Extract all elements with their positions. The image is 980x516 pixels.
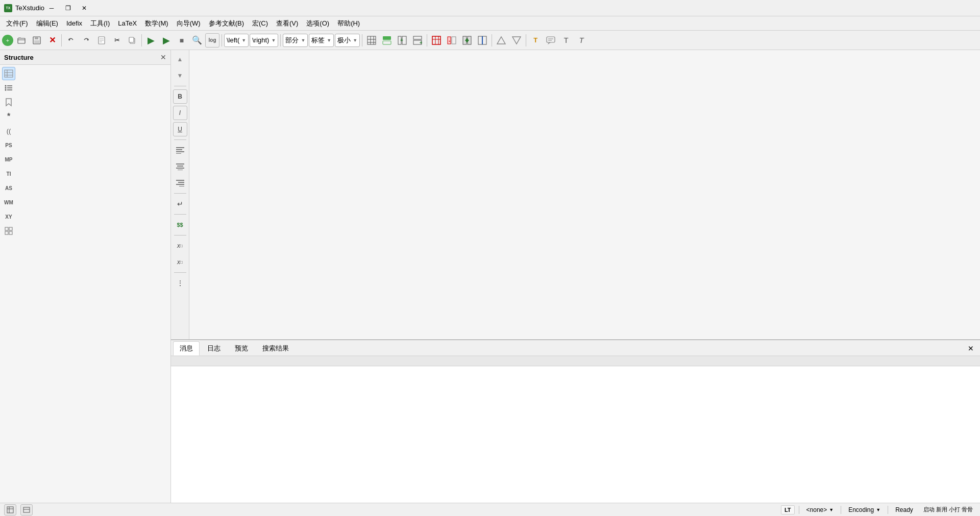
menu-wizard[interactable]: 向导(W) <box>173 17 205 30</box>
none-dropdown[interactable]: <none> ▼ <box>803 505 837 514</box>
redo-button[interactable] <box>79 33 93 48</box>
sidebar-icon-ti[interactable]: TI <box>2 167 15 180</box>
menu-tools[interactable]: 工具(I) <box>86 17 114 30</box>
close-button[interactable]: ✕ <box>77 3 91 14</box>
svg-rect-58 <box>5 231 8 234</box>
sidebar-icon-double-bracket[interactable]: (( <box>2 124 15 137</box>
nav-down-button[interactable]: ▼ <box>173 68 187 83</box>
sidebar-icon-mp[interactable]: MP <box>2 153 15 166</box>
cut-button[interactable]: ✂ <box>110 33 124 48</box>
label-dropdown[interactable]: 标签 ▼ <box>309 34 334 47</box>
align-center-icon <box>176 163 184 170</box>
text-T2-btn[interactable]: T <box>574 33 589 48</box>
left-bracket-dropdown[interactable]: \left( ▼ <box>224 34 249 47</box>
menu-bar: 文件(F) 编辑(E) Idefix 工具(I) LaTeX 数学(M) 向导(… <box>0 16 980 31</box>
align-left-button[interactable] <box>173 143 187 157</box>
bold-button[interactable]: B <box>173 89 187 104</box>
stop-button[interactable]: ■ <box>175 33 189 48</box>
vt-separator-2 <box>174 139 186 140</box>
menu-latex[interactable]: LaTeX <box>114 18 141 29</box>
sidebar: Structure ✕ <box>0 50 171 503</box>
newline-button[interactable]: ↵ <box>173 197 187 211</box>
align-center-button[interactable] <box>173 159 187 174</box>
copy-button[interactable] <box>125 33 139 48</box>
menu-help[interactable]: 帮助(H) <box>333 17 364 30</box>
restore-button[interactable]: ❐ <box>61 3 75 14</box>
text-comment-btn[interactable] <box>544 33 558 48</box>
bottom-content <box>171 366 980 503</box>
menu-view[interactable]: 查看(V) <box>272 17 302 30</box>
sidebar-icon-structure-list[interactable] <box>2 67 15 80</box>
main-toolbar: + ✕ <box>0 31 980 50</box>
sidebar-icon-xy[interactable]: XY <box>2 210 15 223</box>
right-bracket-dropdown[interactable]: \right) ▼ <box>250 34 278 47</box>
open-button[interactable] <box>14 33 29 48</box>
row-insert-btn[interactable]: + <box>410 33 425 48</box>
text-bold-tb-btn[interactable]: T <box>528 33 543 48</box>
encoding-dropdown[interactable]: Encoding ▼ <box>845 505 884 514</box>
svg-rect-19 <box>383 41 391 44</box>
sidebar-icon-puzzle[interactable] <box>2 224 15 238</box>
tab-preview[interactable]: 预览 <box>228 341 255 356</box>
italic-button[interactable]: I <box>173 106 187 120</box>
tab-messages[interactable]: 消息 <box>173 341 200 356</box>
subscript-button[interactable]: x□ <box>173 255 187 269</box>
compile-button[interactable]: ▶ <box>159 33 174 48</box>
nav-up-button[interactable]: ▲ <box>173 52 187 66</box>
table-red-btn[interactable] <box>429 33 444 48</box>
undo-button[interactable] <box>64 33 78 48</box>
sidebar-icon-ps[interactable]: PS <box>2 138 15 152</box>
triangle-down-icon <box>512 36 521 45</box>
split-cells-btn[interactable] <box>475 33 489 48</box>
menu-edit[interactable]: 编辑(E) <box>32 17 62 30</box>
new-file-button[interactable]: + <box>2 35 13 46</box>
vt-separator-1 <box>174 86 186 86</box>
table-green-btn[interactable] <box>380 33 394 48</box>
menu-options[interactable]: 选项(O) <box>302 17 333 30</box>
save-button[interactable] <box>30 33 44 48</box>
underline-button[interactable]: U <box>173 122 187 136</box>
svg-rect-56 <box>5 227 8 230</box>
menu-file[interactable]: 文件(F) <box>2 17 32 30</box>
lt-button[interactable]: LT <box>781 505 795 514</box>
toolbar-separator-7 <box>492 34 492 46</box>
warning-down-btn[interactable] <box>509 33 524 48</box>
col-insert-btn[interactable]: + <box>395 33 409 48</box>
table-icon-btn-1[interactable] <box>364 33 379 48</box>
merge-cells-btn[interactable] <box>460 33 474 48</box>
log-button[interactable]: log <box>205 33 219 48</box>
sidebar-icon-as[interactable]: AS <box>2 181 15 195</box>
chevron-down-icon: ▼ <box>301 38 305 43</box>
warning-up-btn[interactable] <box>494 33 508 48</box>
align-right-button[interactable] <box>173 176 187 190</box>
quick-build-button[interactable]: ▶ <box>144 33 158 48</box>
status-icon-btn-2[interactable] <box>20 504 33 515</box>
display-math-button[interactable]: $$ <box>173 218 187 232</box>
sidebar-icon-bullets[interactable] <box>2 81 15 95</box>
page-button[interactable] <box>94 33 109 48</box>
text-T-btn[interactable]: T <box>559 33 573 48</box>
minimize-button[interactable]: ─ <box>44 3 59 14</box>
superscript-button[interactable]: x□ <box>173 239 187 253</box>
tab-search-results[interactable]: 搜索结果 <box>256 341 296 356</box>
menu-macro[interactable]: 宏(C) <box>248 17 272 30</box>
menu-references[interactable]: 参考文献(B) <box>205 17 248 30</box>
editor-main[interactable] <box>189 50 980 339</box>
close-file-button[interactable]: ✕ <box>45 33 59 48</box>
status-icon-btn-1[interactable] <box>4 504 16 515</box>
col-delete-btn[interactable]: - <box>445 33 459 48</box>
sidebar-icon-wm[interactable]: WM <box>2 196 15 209</box>
sidebar-close-button[interactable]: ✕ <box>160 53 166 61</box>
sidebar-icon-asterisk[interactable]: * <box>2 110 15 123</box>
more-button[interactable]: ⋮ <box>173 276 187 290</box>
tab-log[interactable]: 日志 <box>201 341 227 356</box>
search-button[interactable]: 🔍 <box>190 33 204 48</box>
section-dropdown[interactable]: 部分 ▼ <box>283 34 308 47</box>
menu-idefix[interactable]: Idefix <box>62 18 86 29</box>
size-dropdown[interactable]: 极小 ▼ <box>335 34 360 47</box>
bottom-panel-close-button[interactable]: ✕ <box>964 343 978 354</box>
menu-math[interactable]: 数学(M) <box>141 17 173 30</box>
toolbar-separator-6 <box>427 34 427 46</box>
app-title: TeXstudio <box>15 4 44 12</box>
sidebar-icon-bookmark[interactable] <box>2 96 15 109</box>
